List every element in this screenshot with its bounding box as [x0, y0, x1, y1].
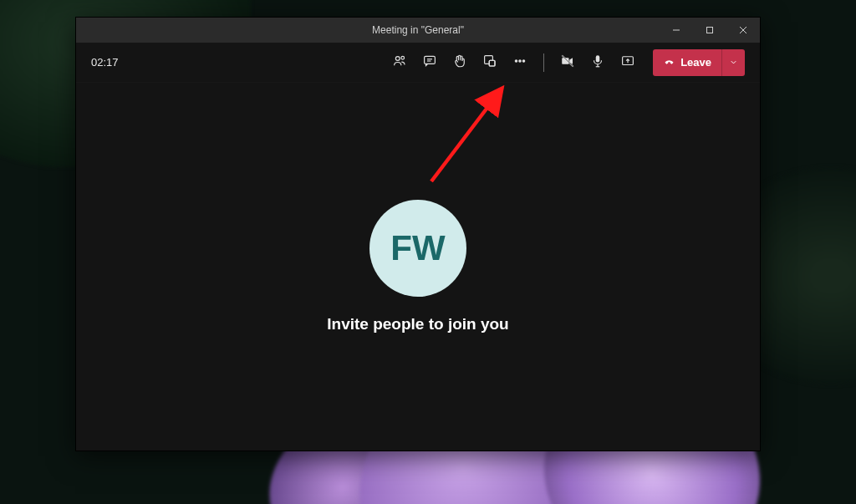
- toolbar-icons: Leave: [386, 49, 745, 76]
- window-title: Meeting in "General": [372, 24, 464, 36]
- toolbar-divider: [543, 53, 544, 72]
- invite-prompt: Invite people to join you: [327, 315, 508, 333]
- svg-point-5: [401, 56, 405, 59]
- svg-rect-17: [596, 55, 600, 62]
- svg-rect-10: [489, 60, 495, 66]
- chevron-down-icon: [729, 55, 738, 70]
- ellipsis-icon: [512, 53, 527, 72]
- close-button[interactable]: [726, 18, 760, 43]
- hangup-icon: [663, 55, 675, 70]
- svg-point-13: [519, 59, 521, 61]
- avatar: FW: [369, 200, 466, 297]
- leave-label: Leave: [680, 56, 711, 69]
- participants-button[interactable]: [386, 49, 413, 76]
- meeting-window: Meeting in "General" 02:17: [75, 17, 761, 451]
- breakout-rooms-icon: [482, 53, 497, 72]
- more-actions-button[interactable]: [507, 49, 533, 76]
- mic-toggle-button[interactable]: [584, 49, 611, 76]
- raise-hand-button[interactable]: [446, 49, 473, 76]
- leave-button-group: Leave: [653, 49, 745, 76]
- meeting-toolbar: 02:17: [76, 43, 760, 83]
- svg-point-14: [522, 59, 524, 61]
- call-timer: 02:17: [91, 56, 119, 69]
- rooms-button[interactable]: [476, 49, 503, 76]
- chat-icon: [422, 53, 437, 72]
- hand-icon: [452, 53, 467, 72]
- maximize-button[interactable]: [693, 18, 726, 43]
- svg-point-12: [515, 59, 517, 61]
- share-tray-icon: [620, 53, 635, 72]
- avatar-initials: FW: [390, 228, 445, 268]
- svg-rect-1: [707, 28, 713, 33]
- svg-rect-6: [425, 56, 436, 64]
- share-screen-button[interactable]: [614, 49, 641, 76]
- mic-icon: [590, 53, 605, 72]
- svg-point-4: [395, 56, 400, 60]
- meeting-content: FW Invite people to join you: [76, 83, 760, 451]
- chat-button[interactable]: [416, 49, 443, 76]
- people-icon: [392, 53, 407, 72]
- camera-off-icon: [560, 53, 575, 72]
- titlebar: Meeting in "General": [76, 18, 760, 43]
- window-controls: [660, 18, 760, 43]
- camera-toggle-button[interactable]: [554, 49, 581, 76]
- leave-dropdown-button[interactable]: [721, 49, 745, 76]
- minimize-button[interactable]: [660, 18, 693, 43]
- leave-button[interactable]: Leave: [653, 49, 721, 76]
